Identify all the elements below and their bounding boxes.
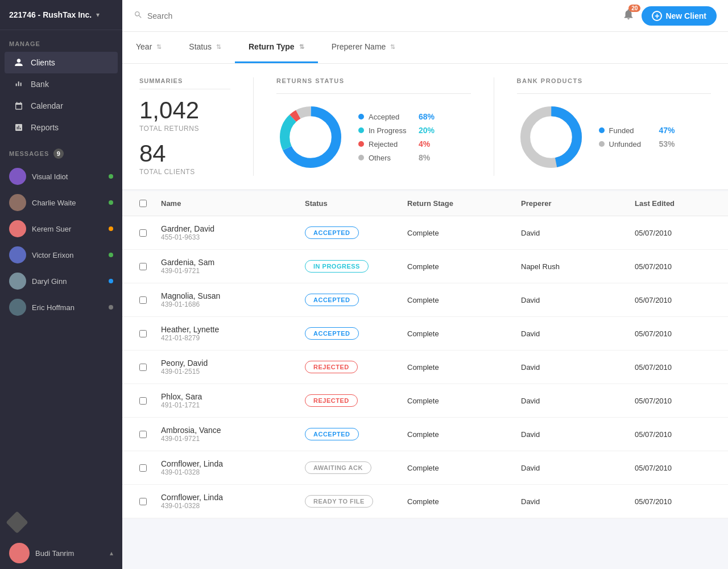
td-name: Heather, Lynette 421-01-8279 <box>154 317 298 350</box>
td-name: Peony, David 439-01-2515 <box>154 351 298 384</box>
td-name: Cornflower, Linda 439-01-0328 <box>154 451 298 484</box>
td-stage: Complete <box>400 254 514 279</box>
avatar <box>9 273 26 290</box>
avatar <box>9 194 26 211</box>
table-row[interactable]: Cornflower, Linda 439-01-0328 AWAITING A… <box>122 451 728 485</box>
td-stage: Complete <box>400 355 514 380</box>
chevron-down-icon: ▾ <box>96 11 100 19</box>
status-badge: READY TO FILE <box>305 495 373 508</box>
message-item[interactable]: Visual Idiot <box>0 163 122 189</box>
notifications-button[interactable]: 20 <box>622 8 635 23</box>
legend-accepted: Accepted 68% <box>358 112 435 121</box>
sidebar-item-label: Calendar <box>31 101 63 110</box>
legend-dot <box>358 114 364 119</box>
message-item[interactable]: Charlie Waite <box>0 189 122 216</box>
table-row[interactable]: Cornflower, Linda 439-01-0328 READY TO F… <box>122 485 728 518</box>
message-name: Charlie Waite <box>32 199 103 207</box>
message-item[interactable]: Daryl Ginn <box>0 268 122 294</box>
th-status: Status <box>298 191 400 216</box>
status-dot <box>109 279 113 283</box>
message-item[interactable]: Eric Hoffman <box>0 294 122 320</box>
reports-icon <box>14 122 24 133</box>
bank-products-title: BANK PRODUCTS <box>517 77 712 84</box>
row-checkbox[interactable] <box>131 255 154 278</box>
td-name: Magnolia, Susan 439-01-1686 <box>154 283 298 316</box>
divider <box>253 77 254 176</box>
sidebar-brand[interactable]: 221746 - RushTax Inc. ▾ <box>0 0 122 30</box>
row-checkbox[interactable] <box>131 423 154 446</box>
table-row[interactable]: Gardner, David 455-01-9633 ACCEPTED Comp… <box>122 216 728 250</box>
messages-label: MESSAGES 9 <box>0 149 122 163</box>
td-preperer: David <box>514 355 628 380</box>
td-status: REJECTED <box>298 353 400 381</box>
table-row[interactable]: Heather, Lynette 421-01-8279 ACCEPTED Co… <box>122 317 728 351</box>
table-row[interactable]: Magnolia, Susan 439-01-1686 ACCEPTED Com… <box>122 283 728 317</box>
row-checkbox[interactable] <box>131 288 154 312</box>
table-header: Name Status Return Stage Preperer Last E… <box>122 191 728 216</box>
chevron-up-icon: ▴ <box>110 549 113 557</box>
td-preperer: Napel Rush <box>514 254 628 279</box>
sidebar-item-bank[interactable]: Bank <box>5 73 118 95</box>
sidebar: 221746 - RushTax Inc. ▾ MANAGE Clients B… <box>0 0 122 569</box>
table-row[interactable]: Gardenia, Sam 439-01-9721 IN PROGRESS Co… <box>122 250 728 283</box>
td-name: Cornflower, Linda 439-01-0328 <box>154 485 298 518</box>
tab-preperer-name[interactable]: Preperer Name ⇅ <box>318 32 410 63</box>
sidebar-item-label: Clients <box>31 58 55 67</box>
status-dot <box>109 174 113 179</box>
filter-tabs: Year ⇅ Status ⇅ Return Type ⇅ Preperer N… <box>122 32 728 64</box>
status-badge: IN PROGRESS <box>305 260 369 273</box>
status-dot <box>109 200 113 205</box>
tab-return-type[interactable]: Return Type ⇅ <box>235 32 318 63</box>
tab-year[interactable]: Year ⇅ <box>122 32 175 63</box>
legend-dot <box>358 155 364 160</box>
bank-legend: Funded 47% Unfunded 53% <box>599 126 675 149</box>
status-dot <box>109 305 113 310</box>
legend-unfunded: Unfunded 53% <box>599 139 675 149</box>
status-badge: ACCEPTED <box>305 226 359 239</box>
new-client-button[interactable]: + New Client <box>642 6 717 26</box>
table-row[interactable]: Peony, David 439-01-2515 REJECTED Comple… <box>122 351 728 384</box>
clients-table: Name Status Return Stage Preperer Last E… <box>122 191 728 518</box>
td-status: AWAITING ACK <box>298 453 400 482</box>
search-icon <box>134 10 143 22</box>
search-input[interactable] <box>147 11 613 20</box>
td-stage: Complete <box>400 288 514 312</box>
returns-status-block: RETURNS STATUS <box>276 77 471 171</box>
chevron-down-icon: ⇅ <box>299 43 304 51</box>
user-avatar <box>9 543 30 563</box>
row-checkbox[interactable] <box>131 456 154 480</box>
row-checkbox[interactable] <box>131 356 154 379</box>
status-badge: ACCEPTED <box>305 428 359 440</box>
message-name: Daryl Ginn <box>32 277 103 286</box>
sidebar-item-clients[interactable]: Clients <box>5 52 118 73</box>
legend-rejected: Rejected 4% <box>358 139 435 149</box>
row-checkbox[interactable] <box>131 221 154 245</box>
calendar-icon <box>14 101 24 111</box>
sidebar-item-reports[interactable]: Reports <box>5 117 118 138</box>
svg-point-4 <box>291 118 330 157</box>
message-name: Visual Idiot <box>32 172 103 181</box>
user-profile[interactable]: Budi Tanrim ▴ <box>0 537 122 569</box>
select-all-checkbox[interactable] <box>139 200 147 207</box>
returns-status-title: RETURNS STATUS <box>276 77 471 84</box>
td-last-edited: 05/07/2010 <box>628 288 719 312</box>
th-select-all[interactable] <box>131 191 154 216</box>
td-stage: Complete <box>400 221 514 245</box>
message-item[interactable]: Kerem Suer <box>0 216 122 242</box>
table-row[interactable]: Phlox, Sara 491-01-1721 REJECTED Complet… <box>122 384 728 418</box>
tab-status[interactable]: Status ⇅ <box>175 32 235 63</box>
sidebar-item-calendar[interactable]: Calendar <box>5 95 118 117</box>
message-item[interactable]: Victor Erixon <box>0 242 122 268</box>
status-badge: AWAITING ACK <box>305 461 371 474</box>
th-name: Name <box>154 191 298 216</box>
row-checkbox[interactable] <box>131 389 154 413</box>
td-last-edited: 05/07/2010 <box>628 221 719 245</box>
user-name: Budi Tanrim <box>35 549 104 558</box>
td-stage: Complete <box>400 321 514 346</box>
row-checkbox[interactable] <box>131 322 154 345</box>
brand-text: 221746 - RushTax Inc. <box>9 10 92 19</box>
row-checkbox[interactable] <box>131 490 154 513</box>
logo-diamond-icon <box>6 511 28 534</box>
table-row[interactable]: Ambrosia, Vance 439-01-9721 ACCEPTED Com… <box>122 418 728 451</box>
td-status: READY TO FILE <box>298 487 400 516</box>
